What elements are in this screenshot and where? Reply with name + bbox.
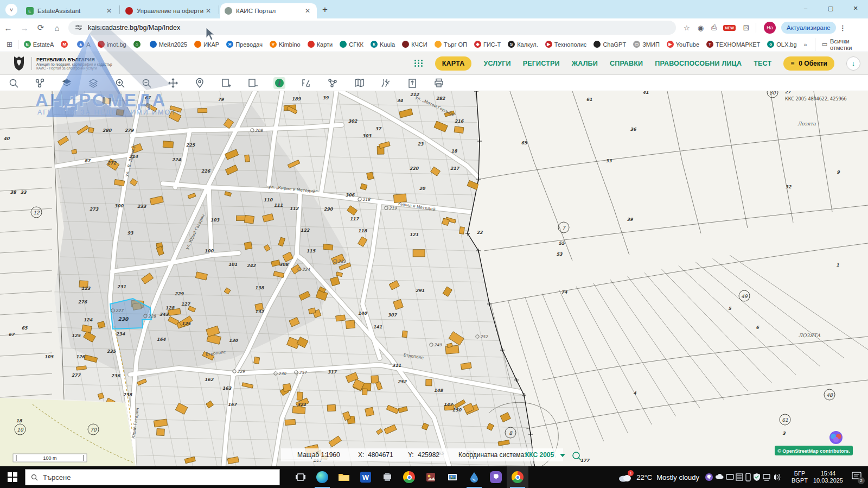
- measure-icon[interactable]: [300, 77, 312, 89]
- topology-icon[interactable]: [327, 77, 339, 89]
- kais-nav-item[interactable]: УСЛУГИ: [483, 60, 510, 67]
- close-button[interactable]: ✕: [843, 0, 868, 16]
- tab-favicon: [225, 7, 232, 15]
- taskbar-app-photos[interactable]: [420, 466, 442, 488]
- bookmark-item[interactable]: ◆ГИС-Т: [474, 41, 501, 48]
- roads-icon[interactable]: [380, 77, 392, 89]
- bookmark-item[interactable]: ChaGPT: [593, 41, 626, 48]
- taskbar-app-chrome[interactable]: [398, 466, 420, 488]
- new-tab-button[interactable]: +: [322, 4, 328, 15]
- taskbar-app-chrome-active[interactable]: [507, 466, 528, 488]
- bookmark-item[interactable]: M: [61, 41, 70, 48]
- browser-tab-3[interactable]: КАИС Портал ✕: [220, 3, 317, 18]
- layers-solid-icon[interactable]: [61, 77, 73, 89]
- taskbar-app-task-view[interactable]: [290, 466, 311, 488]
- system-tray[interactable]: [705, 472, 786, 483]
- taskbar-app-word[interactable]: W: [355, 466, 376, 488]
- minimize-button[interactable]: –: [793, 0, 818, 16]
- kais-nav-item[interactable]: ТЕСТ: [754, 60, 771, 67]
- bookmark-item[interactable]: СГКК: [340, 41, 363, 48]
- bookmark-item[interactable]: Търг ОП: [435, 41, 467, 48]
- map-sheet-icon[interactable]: [353, 77, 365, 89]
- kais-nav-active-item[interactable]: КАРТА: [435, 56, 472, 71]
- profile-avatar[interactable]: На: [764, 22, 776, 34]
- tab-close-icon[interactable]: ✕: [303, 7, 312, 15]
- objects-count-button[interactable]: ≡ 0 Обекти: [783, 56, 834, 71]
- kais-nav-item[interactable]: ЖАЛБИ: [572, 60, 598, 67]
- bookmark-item[interactable]: ИКАР: [194, 41, 219, 48]
- bookmark-item[interactable]: ЯПреводач: [226, 41, 263, 48]
- notification-center-button[interactable]: 2: [848, 472, 865, 483]
- print-icon[interactable]: [433, 77, 445, 89]
- apps-dots-icon[interactable]: [414, 60, 423, 67]
- taskbar-app-gallery[interactable]: [442, 466, 463, 488]
- taskbar-weather[interactable]: 1 22°C Mostly cloudy: [618, 472, 699, 482]
- site-settings-icon[interactable]: [75, 24, 82, 31]
- bookmark-item[interactable]: oOLX.bg: [767, 41, 796, 48]
- kais-nav-item[interactable]: РЕГИСТРИ: [523, 60, 560, 67]
- home-button[interactable]: ⌂: [49, 23, 65, 33]
- forward-button[interactable]: →: [16, 23, 33, 33]
- reading-mode-icon[interactable]: ◉: [698, 24, 704, 32]
- apps-grid-icon[interactable]: ⊞: [7, 40, 12, 48]
- extensions-puzzle-icon[interactable]: ⚄: [743, 24, 749, 32]
- download-panel-button[interactable]: ↓: [846, 56, 860, 71]
- picture-in-picture-icon[interactable]: ⎙: [711, 23, 717, 32]
- zoom-in-icon[interactable]: [114, 77, 126, 89]
- bookmark-item[interactable]: ▭ЗМИП: [633, 41, 660, 48]
- select-features-icon[interactable]: [34, 77, 46, 89]
- maximize-button[interactable]: ▢: [818, 0, 843, 16]
- all-bookmarks-button[interactable]: ▭ Всички отметки: [815, 38, 868, 51]
- bookmark-item[interactable]: КЧСИ: [402, 41, 427, 48]
- info-icon[interactable]: i: [273, 77, 285, 89]
- bookmark-item[interactable]: ⌂: [133, 41, 143, 48]
- url-field[interactable]: kais.cadastre.bg/bg/Map/Index: [68, 21, 676, 35]
- update-browser-button[interactable]: Актуализиране: [781, 22, 836, 34]
- browser-tab-1[interactable]: E EstateAssistant ✕: [22, 3, 118, 18]
- browser-tab-2[interactable]: Управление на офертите - ✕: [121, 3, 218, 18]
- tab-search-button[interactable]: ˅: [5, 4, 17, 16]
- bookmark-item[interactable]: ▶Технополис: [545, 41, 587, 48]
- bookmark-item[interactable]: TТЕХНОМАРКЕТ: [706, 41, 760, 48]
- bookmark-item[interactable]: Мейл2025: [150, 41, 187, 48]
- bookmark-star-icon[interactable]: ☆: [684, 24, 690, 32]
- taskbar-app-file-explorer[interactable]: [333, 466, 355, 488]
- layers-stack-icon[interactable]: [87, 77, 99, 89]
- bookmark-item[interactable]: SКалкул.: [508, 41, 538, 48]
- reload-button[interactable]: ⟳: [33, 23, 49, 33]
- language-indicator[interactable]: БГРBGPT: [792, 470, 808, 484]
- search-icon[interactable]: [8, 77, 20, 89]
- taskbar-app-edge[interactable]: [311, 466, 333, 488]
- taskbar-app-device[interactable]: [376, 466, 398, 488]
- pan-icon[interactable]: [167, 77, 179, 89]
- tab-close-icon[interactable]: ✕: [104, 7, 114, 15]
- zoom-out-icon[interactable]: [141, 77, 152, 89]
- kais-header: РЕПУБЛИКА БЪЛГАРИЯ Агенция по геодезия, …: [0, 52, 868, 75]
- bookmark-item[interactable]: ▲A: [77, 41, 90, 48]
- new-extension-badge[interactable]: NEW: [723, 25, 735, 31]
- parcel-number: 164: [157, 337, 166, 342]
- bookmark-item[interactable]: EEstateA: [24, 41, 54, 48]
- tab-close-icon[interactable]: ✕: [203, 7, 213, 15]
- cadastre-map[interactable]: 2306779189393421228221621723183730330222…: [0, 91, 868, 466]
- taskbar-app-viber[interactable]: [485, 466, 507, 488]
- location-pin-icon[interactable]: [194, 77, 206, 89]
- extent-remove-icon[interactable]: [247, 77, 259, 89]
- taskbar-search-box[interactable]: Търсене: [25, 469, 280, 485]
- bookmark-item[interactable]: kKuula: [371, 41, 395, 48]
- bookmark-item[interactable]: imot.bg: [98, 41, 126, 48]
- kais-nav-item[interactable]: СПРАВКИ: [610, 60, 643, 67]
- browser-menu-icon[interactable]: ⋮: [839, 24, 846, 32]
- extent-add-icon[interactable]: [220, 77, 232, 89]
- bookmark-item[interactable]: ▶YouTube: [667, 41, 699, 48]
- export-icon[interactable]: [406, 77, 418, 89]
- taskbar-clock[interactable]: 15:4410.03.2025: [813, 470, 843, 484]
- start-button[interactable]: [0, 472, 25, 482]
- bookmark-item[interactable]: Карти: [308, 41, 333, 48]
- taskbar-app-paint3d[interactable]: [463, 466, 485, 488]
- kais-nav-item[interactable]: ПРАВОСПОСОБНИ ЛИЦА: [655, 60, 742, 67]
- back-button[interactable]: ←: [0, 23, 16, 33]
- bookmarks-overflow-icon[interactable]: »: [804, 41, 807, 48]
- parcel-number: 163: [222, 386, 232, 391]
- bookmark-item[interactable]: VKimbino: [270, 41, 301, 48]
